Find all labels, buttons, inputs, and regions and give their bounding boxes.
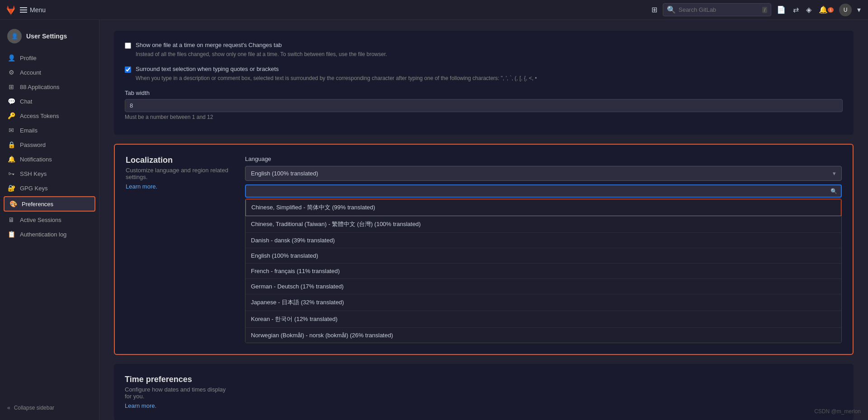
tab-width-input[interactable] [125, 99, 843, 112]
topbar: Menu ⊞ 🔍 / 📄 ⇄ ◈ 🔔 1 U ▾ [0, 0, 868, 20]
language-label: Language [245, 156, 842, 162]
time-pref-learn-more[interactable]: Learn more. [125, 402, 156, 409]
sidebar-title: User Settings [26, 33, 67, 40]
emails-icon: ✉ [7, 127, 15, 134]
auth-log-icon: 📋 [7, 231, 15, 238]
menu-label: Menu [30, 6, 46, 14]
time-preferences-section: Time preferences Configure how dates and… [114, 364, 854, 420]
dropdown-item-4[interactable]: French - français (11% translated) [245, 264, 841, 279]
sidebar-item-account[interactable]: ⚙ Account [0, 65, 99, 80]
new-snippet-button[interactable]: 📄 [775, 4, 788, 16]
sidebar-item-label: 88 Applications [20, 84, 59, 90]
sidebar-item-label: Profile [20, 55, 37, 61]
search-shortcut: / [762, 7, 767, 13]
show-one-file-label: Show one file at a time on merge request… [136, 42, 387, 48]
sidebar-item-label: Authentication log [20, 231, 66, 238]
user-avatar[interactable]: U [839, 4, 852, 16]
sidebar-item-label: Account [20, 69, 41, 76]
time-pref-subtitle: Configure how dates and times display fo… [125, 386, 233, 400]
sidebar-bottom: « Collapse sidebar [0, 401, 99, 415]
sidebar-item-profile[interactable]: 👤 Profile [0, 51, 99, 65]
sidebar-nav-top: 👤 User Settings 👤 Profile ⚙ Account ⊞ 88… [0, 25, 99, 241]
localization-subtitle: Customize language and region related se… [126, 167, 234, 180]
surround-text-label: Surround text selection when typing quot… [136, 66, 537, 72]
tab-width-label: Tab width [125, 90, 843, 96]
tab-width-section: Tab width Must be a number between 1 and… [125, 90, 843, 120]
show-one-file-text: Show one file at a time on merge request… [136, 42, 387, 58]
gitlab-logo [5, 5, 16, 15]
current-language-text: English (100% translated) [251, 170, 318, 177]
collapse-icon: « [7, 405, 10, 411]
sidebar-item-label: Access Tokens [20, 113, 59, 119]
dropdown-item-7[interactable]: Korean - 한국어 (12% translated) [245, 311, 841, 328]
collapse-label: Collapse sidebar [14, 405, 54, 411]
ssh-keys-icon: 🗝 [7, 170, 15, 177]
user-avatar-sidebar: 👤 [7, 29, 22, 43]
active-sessions-icon: 🖥 [7, 216, 15, 223]
language-dropdown-list: Chinese, Simplified - 简体中文 (99% translat… [245, 198, 842, 343]
localization-title: Localization [126, 156, 234, 165]
topbar-left: Menu [5, 5, 46, 15]
collapse-sidebar-button[interactable]: « Collapse sidebar [7, 405, 92, 411]
search-icon: 🔍 [667, 5, 676, 14]
sidebar-item-access-tokens[interactable]: 🔑 Access Tokens [0, 109, 99, 123]
sidebar-item-label: SSH Keys [20, 170, 47, 177]
dropdown-item-3[interactable]: English (100% translated) [245, 248, 841, 264]
search-box[interactable]: 🔍 / [663, 3, 771, 16]
sidebar-item-applications[interactable]: ⊞ 88 Applications [0, 80, 99, 94]
localization-two-col: Localization Customize language and regi… [126, 156, 842, 343]
preferences-icon: 🎨 [9, 200, 17, 208]
issues-button[interactable]: ◈ [804, 4, 813, 16]
sidebar-header: 👤 User Settings [0, 25, 99, 51]
surround-text-row: Surround text selection when typing quot… [125, 66, 843, 82]
profile-icon: 👤 [7, 54, 15, 61]
sidebar-item-password[interactable]: 🔒 Password [0, 137, 99, 152]
sidebar-item-active-sessions[interactable]: 🖥 Active Sessions [0, 212, 99, 227]
merge-requests-button[interactable]: ⇄ [791, 4, 801, 16]
sidebar: 👤 User Settings 👤 Profile ⚙ Account ⊞ 88… [0, 20, 99, 420]
sidebar-item-label: Chat [20, 98, 32, 105]
chat-icon: 💬 [7, 98, 15, 105]
behavior-settings-block: Show one file at a time on merge request… [114, 31, 854, 135]
dropdown-item-5[interactable]: German - Deutsch (17% translated) [245, 279, 841, 294]
dropdown-item-2[interactable]: Danish - dansk (39% translated) [245, 233, 841, 248]
localization-left: Localization Customize language and regi… [126, 156, 234, 343]
sidebar-item-emails[interactable]: ✉ Emails [0, 123, 99, 137]
user-dropdown-button[interactable]: ▾ [855, 4, 863, 16]
sidebar-item-preferences[interactable]: 🎨 Preferences [4, 196, 95, 212]
main-layout: 👤 User Settings 👤 Profile ⚙ Account ⊞ 88… [0, 20, 868, 420]
surround-text-desc: When you type in a description or commen… [136, 74, 537, 82]
time-pref-right [244, 375, 843, 410]
sidebar-item-label: Preferences [22, 201, 53, 208]
language-select-display[interactable]: English (100% translated) [245, 166, 842, 181]
sidebar-item-label: Emails [20, 127, 38, 134]
plus-button[interactable]: ⊞ [650, 4, 659, 16]
sidebar-item-chat[interactable]: 💬 Chat [0, 94, 99, 109]
sidebar-item-auth-log[interactable]: 📋 Authentication log [0, 227, 99, 241]
sidebar-item-gpg-keys[interactable]: 🔐 GPG Keys [0, 181, 99, 195]
sidebar-item-label: GPG Keys [20, 185, 47, 192]
time-pref-title: Time preferences [125, 375, 233, 384]
dropdown-search-icon: 🔍 [830, 188, 837, 194]
dropdown-search-input[interactable] [250, 188, 830, 194]
surround-text-checkbox[interactable] [125, 66, 131, 73]
password-icon: 🔒 [7, 141, 15, 148]
show-one-file-row: Show one file at a time on merge request… [125, 42, 843, 58]
dropdown-item-6[interactable]: Japanese - 日本語 (32% translated) [245, 294, 841, 311]
sidebar-item-ssh-keys[interactable]: 🗝 SSH Keys [0, 166, 99, 181]
dropdown-search-container: 🔍 [245, 184, 842, 198]
account-icon: ⚙ [7, 69, 15, 76]
dropdown-item-0[interactable]: Chinese, Simplified - 简体中文 (99% translat… [245, 199, 841, 216]
sidebar-item-notifications[interactable]: 🔔 Notifications [0, 152, 99, 166]
applications-icon: ⊞ [7, 83, 15, 90]
time-pref-left: Time preferences Configure how dates and… [125, 375, 233, 410]
footer-credit: CSDN @m_merlon [814, 408, 861, 415]
dropdown-item-1[interactable]: Chinese, Traditional (Taiwan) - 繁體中文 (台灣… [245, 216, 841, 233]
show-one-file-checkbox[interactable] [125, 42, 131, 49]
activity-button[interactable]: 🔔 1 [817, 4, 835, 16]
localization-learn-more[interactable]: Learn more. [126, 183, 157, 190]
search-input[interactable] [679, 6, 760, 13]
dropdown-search-box: 🔍 [245, 184, 842, 198]
dropdown-item-8[interactable]: Norwegian (Bokmål) - norsk (bokmål) (26%… [245, 328, 841, 343]
menu-button[interactable]: Menu [20, 6, 46, 14]
